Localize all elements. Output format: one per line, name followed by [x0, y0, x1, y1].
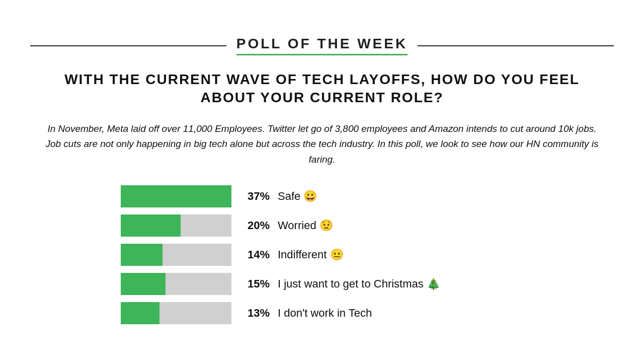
bar-label: I don't work in Tech: [278, 307, 372, 320]
header-line-right: [418, 45, 614, 46]
poll-header: POLL OF THE WEEK: [30, 36, 614, 55]
bar-fill: [121, 214, 181, 237]
bar-fill: [121, 244, 163, 266]
bar-fill: [121, 273, 166, 295]
bar-percent: 14%: [239, 248, 270, 261]
header-line-left: [30, 45, 226, 46]
bar-container: [121, 244, 231, 266]
poll-question: WITH THE CURRENT WAVE OF TECH LAYOFFS, H…: [30, 70, 614, 107]
bar-label: Safe 😀: [278, 190, 317, 203]
chart-section: 37%Safe 😀20%Worried 😟14%Indifferent 😐15%…: [30, 185, 614, 324]
poll-title: POLL OF THE WEEK: [236, 36, 408, 55]
bar-container: [121, 302, 231, 324]
bar-fill: [121, 185, 231, 207]
bar-container: [121, 185, 231, 207]
poll-description: In November, Meta laid off over 11,000 E…: [45, 121, 599, 167]
bar-fill: [121, 302, 159, 324]
chart-row: 37%Safe 😀: [121, 185, 614, 207]
bar-container: [121, 214, 231, 237]
bar-label: Indifferent 😐: [278, 248, 344, 261]
bar-percent: 15%: [239, 277, 270, 291]
bar-label: Worried 😟: [278, 219, 333, 232]
bar-container: [121, 273, 231, 295]
page-container: POLL OF THE WEEK WITH THE CURRENT WAVE O…: [0, 21, 644, 339]
chart-row: 20%Worried 😟: [121, 214, 614, 237]
chart-row: 13%I don't work in Tech: [121, 302, 614, 324]
bar-percent: 20%: [239, 219, 270, 232]
bar-percent: 37%: [239, 190, 270, 203]
chart-row: 15%I just want to get to Christmas 🎄: [121, 273, 614, 295]
chart-row: 14%Indifferent 😐: [121, 244, 614, 266]
bar-label: I just want to get to Christmas 🎄: [278, 277, 440, 291]
bar-percent: 13%: [239, 307, 270, 320]
